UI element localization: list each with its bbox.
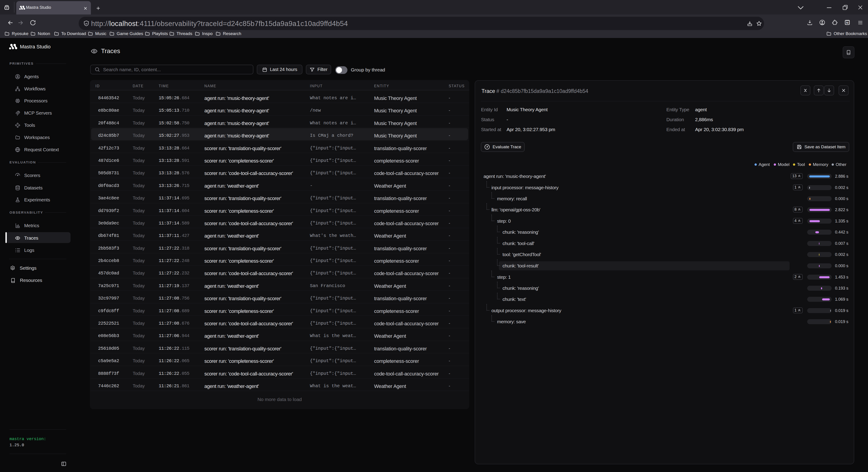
svg-text:N: N <box>846 21 848 24</box>
